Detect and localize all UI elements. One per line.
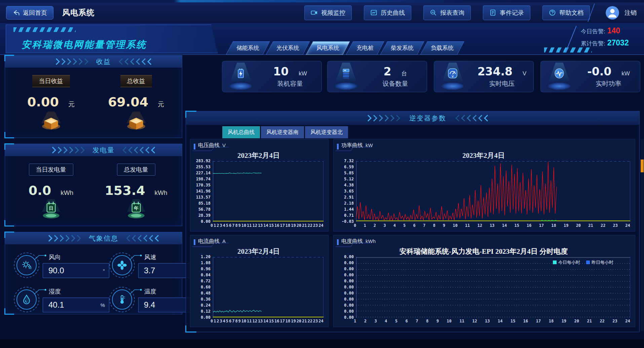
humidity-value-box: 40.1 % (43, 298, 109, 312)
scrollbar-thumb[interactable] (641, 160, 644, 172)
alarm-summary: 今日告警: 140 累计告警: 27032 (581, 26, 641, 50)
device-count-label: 设备数量 (383, 79, 408, 88)
back-home-button[interactable]: 返回首页 (6, 6, 53, 20)
energy-y-axis: 0.000.000.000.000.000.000.000.000.000.00… (337, 254, 356, 320)
humidity-item: 湿度 40.1 % (14, 287, 109, 312)
power-x-axis: 0123456789101112131415161718192021222324 (354, 223, 630, 230)
realtime-power-unit: kW (621, 70, 630, 77)
generation-panel-header: 发电量 (5, 144, 182, 156)
current-chart-date: 2023年2月4日 (194, 247, 324, 257)
tab-wind-system[interactable]: 风电系统 (306, 41, 350, 55)
video-camera-icon (311, 9, 318, 16)
realtime-voltage-value: 234.8 (478, 65, 513, 78)
wind-speed-value: 3.7 (144, 266, 155, 275)
realtime-power-card: -0.0 kW 实时功率 (540, 61, 640, 92)
scrollbar-track[interactable] (641, 139, 644, 331)
top-accent-strip (0, 0, 644, 2)
user-avatar[interactable] (606, 6, 619, 20)
voltage-plot (213, 161, 324, 222)
chevrons-left-icon (123, 148, 157, 152)
chevrons-left-icon (120, 59, 153, 64)
chevrons-right-icon (50, 148, 84, 152)
wind-speed-label: 风速 (144, 253, 156, 261)
installed-capacity-label: 装机容量 (277, 79, 303, 88)
connector-line-icon (34, 254, 47, 260)
connector-line-icon (129, 254, 142, 260)
total-revenue-label: 总收益 (120, 75, 152, 87)
svg-text:V: V (452, 75, 454, 78)
today-alarm-value: 140 (607, 26, 620, 35)
header-band: 安科瑞微电网能量管理系统 储能系统 光伏系统 风电系统 充电桩 柴发系统 负载系… (0, 23, 644, 55)
today-alarm-label: 今日告警: (581, 28, 605, 35)
event-log-button[interactable]: 事件记录 (483, 5, 530, 20)
total-revenue-unit: 元 (158, 100, 164, 109)
chart-grid: 电压曲线 V 2023年2月4日 283.92255.53227.14198.7… (190, 139, 635, 327)
total-revenue-item: 总收益 69.04 元 (93, 75, 179, 132)
voltage-chart: 电压曲线 V 2023年2月4日 283.92255.53227.14198.7… (190, 139, 329, 232)
day-calendar-icon: 日 (40, 199, 62, 221)
temperature-label: 温度 (144, 287, 156, 295)
total-generation-value: 153.4 (105, 183, 145, 198)
revenue-panel: 收益 当日收益 0.00 元 (5, 55, 182, 138)
daily-revenue-unit: 元 (68, 100, 75, 109)
weather-panel-title: 气象信息 (89, 234, 118, 243)
nav-button-label: 视频监控 (321, 9, 345, 17)
current-y-axis: 1.201.080.960.840.720.600.480.360.240.12… (194, 254, 213, 320)
nav-button-label: 事件记录 (500, 9, 524, 17)
system-tabs: 储能系统 光伏系统 风电系统 充电桩 柴发系统 负载系统 (229, 41, 461, 55)
tab-diesel-system[interactable]: 柴发系统 (380, 41, 424, 55)
report-query-button[interactable]: 报表查询 (423, 5, 471, 20)
daily-generation-label: 当日发电量 (29, 164, 73, 176)
logout-button[interactable]: 注销 (624, 9, 637, 17)
realtime-power-label: 实时功率 (596, 79, 621, 88)
tab-fan-total-curve[interactable]: 风机总曲线 (222, 126, 260, 138)
tab-pv-system[interactable]: 光伏系统 (266, 41, 310, 55)
back-home-label: 返回首页 (23, 9, 47, 17)
tab-fan-inverter-south[interactable]: 风机逆变器南 (261, 126, 304, 138)
current-plot (213, 257, 324, 318)
history-chart-icon (370, 9, 377, 16)
help-doc-icon (549, 9, 556, 16)
power-chart: 功率曲线 kW 2023年2月4日 7.326.595.855.124.383.… (333, 139, 635, 232)
realtime-voltage-unit: V (523, 70, 526, 77)
daily-revenue-label: 当日收益 (32, 75, 70, 87)
device-stack-icon (328, 61, 364, 92)
money-box-icon (125, 111, 147, 132)
chart-head-decoration (192, 243, 229, 247)
power-pulse-icon (541, 61, 577, 92)
event-log-icon (489, 9, 496, 16)
navbar: 返回首页 风电系统 视频监控 历史曲线 (0, 2, 644, 24)
generation-panel: 发电量 当日发电量 0.0 kWh 日 (5, 144, 182, 226)
wind-direction-value-box: 90.0 ° (43, 263, 109, 278)
total-generation-label: 总发电量 (117, 164, 155, 176)
wind-direction-label: 风向 (49, 253, 61, 261)
device-count-unit: 台 (401, 70, 407, 77)
tab-load-system[interactable]: 负载系统 (420, 41, 464, 55)
money-box-icon (40, 111, 62, 132)
humidity-value: 40.1 (48, 300, 64, 310)
help-doc-button[interactable]: 帮助文档 (542, 5, 590, 20)
daily-generation-unit: kWh (61, 189, 73, 197)
total-revenue-value: 69.04 (108, 95, 148, 109)
revenue-panel-title: 收益 (96, 57, 111, 66)
tab-fan-inverter-north[interactable]: 风机逆变器北 (305, 126, 348, 138)
tab-charging-pile[interactable]: 充电桩 (346, 41, 384, 55)
temperature-value: 9.4 (144, 300, 155, 310)
chevrons-left-icon (127, 236, 160, 241)
realtime-power-value: -0.0 (587, 65, 611, 78)
chevrons-right-icon (366, 116, 399, 120)
nav-button-group: 视频监控 历史曲线 报表查询 (304, 2, 590, 23)
inverter-panel-header: 逆变器参数 (186, 111, 639, 125)
voltage-chart-date: 2023年2月4日 (194, 151, 324, 161)
voltage-y-axis: 283.92255.53227.14198.74170.35141.96113.… (194, 159, 213, 224)
inverter-panel-title: 逆变器参数 (409, 114, 446, 123)
brand-title: 安科瑞微电网能量管理系统 (22, 38, 147, 51)
wind-power-dashboard: 返回首页 风电系统 视频监控 历史曲线 (0, 0, 644, 348)
history-curve-button[interactable]: 历史曲线 (364, 5, 411, 20)
installed-capacity-card: 10 kW 装机容量 (222, 61, 322, 92)
tab-storage-system[interactable]: 储能系统 (226, 41, 270, 55)
video-monitor-button[interactable]: 视频监控 (304, 5, 352, 20)
daily-revenue-value: 0.00 (27, 95, 59, 109)
hazard-stripes-icon (13, 27, 76, 32)
total-generation-unit: kWh (155, 189, 167, 197)
